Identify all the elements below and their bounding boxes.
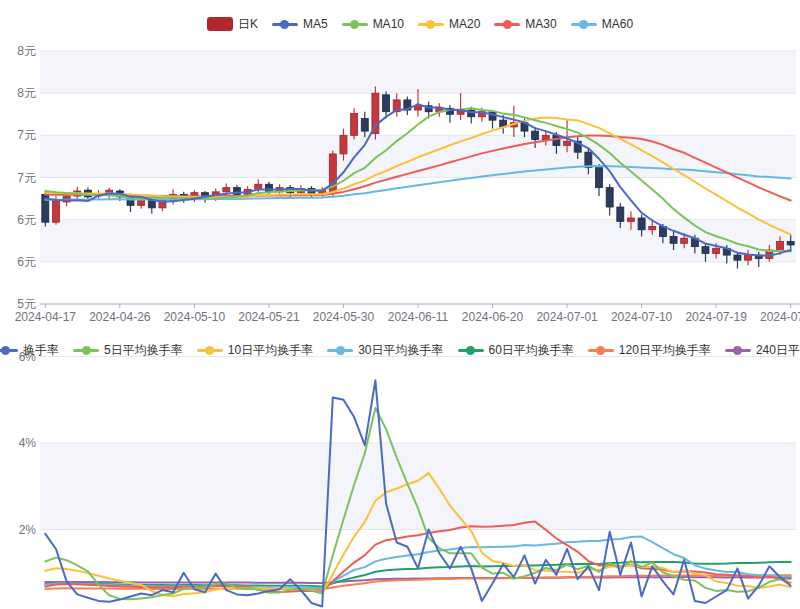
legend-dot — [1, 346, 10, 355]
kline-legend-item-2[interactable]: MA10 — [342, 17, 404, 31]
x-tick-label: 2024-07-01 — [536, 310, 598, 324]
y-tick-label: 8元 — [17, 86, 36, 100]
legend-label: MA60 — [602, 17, 633, 31]
legend-dot — [466, 346, 475, 355]
line-dot-legend-icon — [327, 345, 353, 355]
kline-legend-item-5[interactable]: MA60 — [571, 17, 633, 31]
line-dot-legend-icon — [272, 19, 298, 29]
y-tick-label: 5元 — [17, 297, 36, 311]
y-tick-label: 8元 — [17, 44, 36, 58]
line-dot-legend-icon — [494, 19, 520, 29]
kline-legend-item-3[interactable]: MA20 — [418, 17, 480, 31]
y-tick-label: 4% — [19, 436, 37, 450]
legend-dot — [82, 346, 91, 355]
kline-legend-item-4[interactable]: MA30 — [494, 17, 556, 31]
kline-legend-item-0[interactable]: 日K — [207, 17, 258, 31]
turnover-legend-item-1[interactable]: 5日平均换手率 — [73, 343, 183, 357]
legend-dot — [503, 20, 512, 29]
legend-dot — [426, 20, 435, 29]
x-tick-label: 2024-06-11 — [388, 310, 449, 324]
turnover-legend-item-6[interactable]: 240日平均换手率 — [725, 343, 800, 357]
kline-legend: 日KMA5MA10MA20MA30MA60 — [40, 14, 800, 34]
turnover-legend: 换手率5日平均换手率10日平均换手率30日平均换手率60日平均换手率120日平均… — [40, 340, 800, 360]
legend-label: 换手率 — [23, 343, 59, 357]
legend-label: 120日平均换手率 — [619, 343, 711, 357]
legend-label: 5日平均换手率 — [104, 343, 183, 357]
legend-dot — [350, 20, 359, 29]
candlestick-legend-icon — [207, 17, 233, 31]
turnover-chart[interactable]: 6%4%2% — [0, 332, 800, 609]
y-tick-label: 2% — [19, 523, 37, 537]
line-dot-legend-icon — [725, 345, 751, 355]
turnover-legend-item-5[interactable]: 120日平均换手率 — [588, 343, 711, 357]
y-axis-labels: 8元8元7元7元6元6元5元 — [17, 44, 36, 311]
legend-label: MA30 — [525, 17, 556, 31]
x-tick-label: 2024-05-10 — [164, 310, 226, 324]
turnover-legend-item-0[interactable]: 换手率 — [0, 343, 59, 357]
line-dot-legend-icon — [342, 19, 368, 29]
legend-label: 日K — [238, 17, 258, 31]
line-dot-legend-icon — [197, 345, 223, 355]
turnover-legend-item-2[interactable]: 10日平均换手率 — [197, 343, 313, 357]
grid-band — [40, 443, 796, 530]
legend-dot — [596, 346, 605, 355]
x-axis-labels: 2024-04-172024-04-262024-05-102024-05-21… — [15, 304, 800, 324]
x-tick-label: 2024-05-21 — [238, 310, 300, 324]
line-dot-legend-icon — [571, 19, 597, 29]
y-tick-label: 6元 — [17, 213, 36, 227]
x-tick-label: 2024-07-10 — [611, 310, 673, 324]
stock-chart-panel: 日KMA5MA10MA20MA30MA60 8元8元7元7元6元6元5元2024… — [0, 0, 800, 609]
x-tick-label: 2024-06-20 — [462, 310, 524, 324]
legend-label: MA10 — [373, 17, 404, 31]
legend-dot — [579, 20, 588, 29]
x-tick-label: 2024-04-17 — [15, 310, 77, 324]
legend-dot — [336, 346, 345, 355]
turnover-legend-item-3[interactable]: 30日平均换手率 — [327, 343, 443, 357]
y-tick-label: 7元 — [17, 171, 36, 185]
line-dot-legend-icon — [0, 345, 18, 355]
legend-label: MA20 — [449, 17, 480, 31]
legend-dot — [733, 346, 742, 355]
kline-legend-item-1[interactable]: MA5 — [272, 17, 328, 31]
legend-label: MA5 — [303, 17, 328, 31]
legend-dot — [205, 346, 214, 355]
x-tick-label: 2024-04-26 — [89, 310, 151, 324]
line-dot-legend-icon — [458, 345, 484, 355]
kline-chart[interactable]: 8元8元7元7元6元6元5元2024-04-172024-04-262024-0… — [0, 0, 800, 332]
legend-label: 30日平均换手率 — [358, 343, 443, 357]
line-dot-legend-icon — [418, 19, 444, 29]
y-axis-labels: 6%4%2% — [19, 350, 37, 537]
line-dot-legend-icon — [73, 345, 99, 355]
x-tick-label: 2024-05-30 — [313, 310, 375, 324]
y-tick-label: 7元 — [17, 128, 36, 142]
legend-dot — [280, 20, 289, 29]
y-tick-label: 6元 — [17, 255, 36, 269]
x-tick-label: 2024-07-30 — [760, 310, 800, 324]
legend-label: 10日平均换手率 — [228, 343, 313, 357]
legend-label: 60日平均换手率 — [489, 343, 574, 357]
turnover-legend-item-4[interactable]: 60日平均换手率 — [458, 343, 574, 357]
x-tick-label: 2024-07-19 — [685, 310, 747, 324]
line-dot-legend-icon — [588, 345, 614, 355]
legend-label: 240日平均换手率 — [756, 343, 800, 357]
